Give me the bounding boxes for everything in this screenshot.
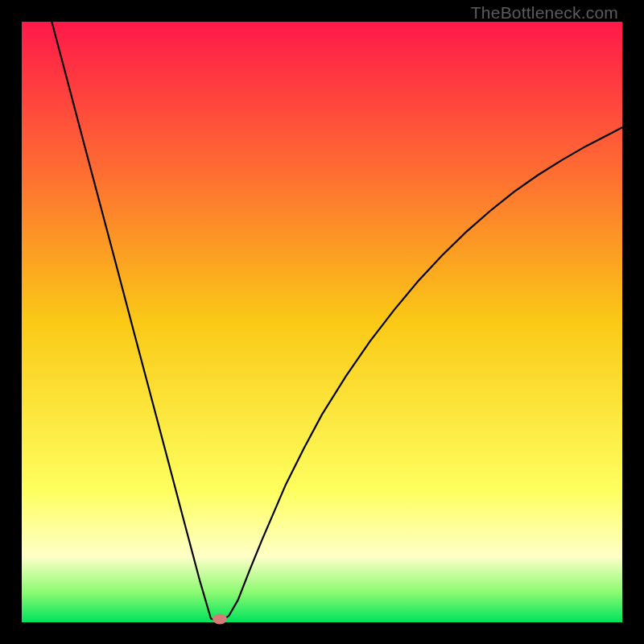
bottleneck-chart	[22, 22, 622, 622]
watermark-text: TheBottleneck.com	[471, 3, 618, 23]
gradient-background	[22, 22, 622, 622]
plot-frame	[22, 22, 622, 622]
optimal-point-marker	[213, 613, 227, 624]
